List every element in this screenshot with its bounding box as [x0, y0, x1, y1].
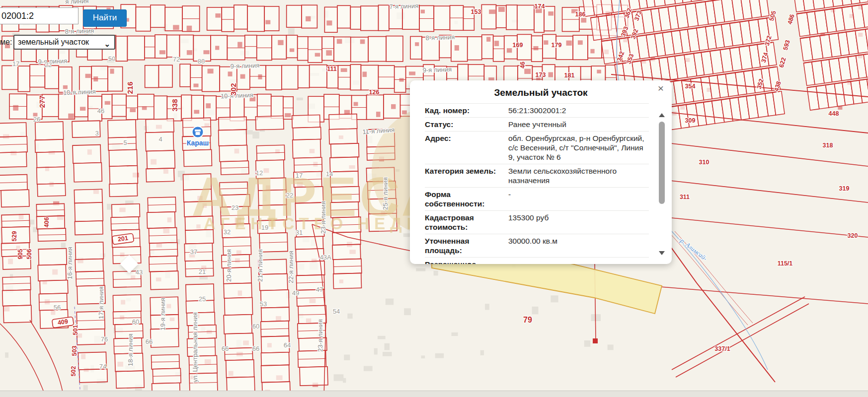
house-number: 17 [296, 172, 303, 179]
parcel-number: 201 [117, 235, 129, 243]
street-label: 22-я линия [287, 251, 295, 283]
street-label: 8-я линия [65, 27, 94, 35]
popup-field-row: Уточненная площадь:30000.00 кв.м [425, 234, 649, 258]
cadastral-search-input[interactable] [0, 7, 79, 24]
house-number: 22 [286, 192, 293, 199]
cadastral-map-app: { "search": { "value": "02001:2", "butto… [0, 0, 868, 397]
house-number: 46 [97, 107, 104, 115]
street-label: 19-я линия [159, 298, 166, 331]
street-label: 17-я линия [97, 286, 105, 319]
parcel-number: 111 [327, 66, 337, 72]
house-number: 60 [132, 318, 139, 326]
popup-field-row: Статус:Ранее учтенный [425, 118, 649, 132]
street-label: я линия [65, 0, 88, 5]
popup-field-value: обл. Оренбургская, р-н Оренбургский, с/с… [508, 133, 649, 162]
parcel-number: 79 [523, 316, 532, 324]
parcel-number: 181 [564, 72, 575, 79]
street-label: 20-я линия [225, 249, 233, 282]
poi-label: Караш [187, 139, 209, 147]
parcel-number: 320 [848, 232, 858, 239]
parcel-number: 310 [699, 159, 710, 166]
parcel-number: 311 [680, 194, 690, 200]
object-type-label: ме: [0, 38, 12, 47]
street-label: 9-я линия [230, 62, 259, 70]
street-label: 21-я линия [256, 249, 264, 282]
popup-field-row: Форма собственности:- [425, 188, 649, 211]
house-number: 53 [260, 300, 267, 308]
parcel-number: 406 [43, 217, 50, 228]
parcel-number: 216 [126, 81, 134, 94]
popup-scrollbar[interactable] [659, 113, 665, 255]
parcel-number: 174 [535, 3, 545, 10]
street-label: 9-я линия [38, 57, 67, 66]
street-label: 16-я линия [66, 247, 74, 279]
scroll-down-icon[interactable] [659, 251, 665, 255]
popup-field-label: Кадастровая стоимость: [425, 213, 508, 232]
parcel-number: 319 [839, 185, 850, 192]
parcel-number: 115/1 [778, 260, 793, 267]
house-number: 80 [198, 58, 205, 65]
street-label: 8-я линия [425, 33, 455, 42]
popup-fields-table: Кад. номер:56:21:3002001:2Статус:Ранее у… [425, 103, 649, 264]
house-number: 31 [296, 229, 303, 236]
parcel-number: 309 [685, 117, 696, 124]
house-number: 23 [232, 204, 238, 211]
map-bottom-bar [0, 391, 868, 397]
house-number: 66 [252, 345, 259, 352]
popup-field-value: 135300 руб [508, 213, 649, 232]
parcel-number: 338 [170, 99, 179, 111]
house-number: 3 [95, 130, 98, 137]
popup-field-row: Кадастровая стоимость:135300 руб [425, 211, 649, 234]
close-icon[interactable]: × [658, 81, 664, 95]
parcel-number: 337/1 [714, 345, 730, 352]
popup-field-row: Разрешенное [425, 258, 649, 264]
house-number: 49 [292, 289, 299, 297]
scrollbar-thumb[interactable] [659, 122, 665, 204]
popup-field-value: Земли сельскохозяйственного назначения [508, 166, 649, 185]
house-number: 22 [45, 61, 52, 68]
parcel-info-popup: × Земельный участок Кад. номер:56:21:300… [410, 80, 672, 264]
house-number: 56 [54, 304, 61, 311]
street-label: 23-я линия [316, 319, 324, 352]
parcel-number: 46 [519, 62, 526, 68]
popup-field-value: - [508, 190, 649, 208]
house-number: 76 [101, 335, 108, 343]
search-button[interactable]: Найти [83, 9, 127, 27]
popup-title: Земельный участок [425, 87, 657, 98]
house-number: 74 [99, 363, 106, 370]
popup-field-label: Статус: [425, 120, 508, 129]
street-label: 25-я линия [382, 177, 389, 210]
popup-field-row: Адрес:обл. Оренбургская, р-н Оренбургски… [425, 132, 649, 164]
popup-field-row: Кад. номер:56:21:3002001:2 [425, 103, 649, 118]
house-number: 43 [136, 268, 143, 276]
parcel-number: 179 [552, 42, 562, 49]
parcel-number: 502 [70, 366, 77, 377]
parcel-number: 318 [823, 142, 833, 149]
popup-field-value: 56:21:3002001:2 [508, 106, 649, 115]
popup-field-label: Форма собственности: [425, 190, 508, 208]
house-number: 26 [33, 116, 40, 123]
house-number: 32 [224, 228, 231, 236]
popup-field-row: Категория земель:Земли сельскохозяйствен… [425, 164, 649, 188]
popup-field-label: Разрешенное [425, 260, 508, 264]
house-number: 54 [333, 308, 340, 315]
parcel-number: 506 [26, 249, 33, 260]
house-number: 72 [173, 56, 180, 63]
scroll-up-icon[interactable] [659, 113, 665, 117]
house-number: 64 [284, 341, 291, 349]
parcel-number: 529 [11, 231, 18, 242]
chevron-down-icon: ⌄ [104, 38, 110, 51]
popup-field-label: Уточненная площадь: [425, 236, 508, 255]
house-number: 17 [12, 60, 19, 67]
house-number: 37 [190, 248, 197, 256]
house-number: 25 [199, 295, 206, 303]
parcel-number: 905 [17, 249, 24, 260]
object-type-select[interactable]: земельный участок ⌄ [13, 35, 115, 50]
parcel-number: 448 [829, 110, 839, 117]
street-label: 23-я линия [319, 201, 327, 234]
street-label: 9-я линия [422, 66, 452, 74]
house-number: 21 [199, 268, 206, 275]
house-number: 60 [252, 323, 259, 330]
street-label: 18-я линия [127, 333, 134, 366]
popup-field-label: Категория земель: [425, 166, 508, 185]
